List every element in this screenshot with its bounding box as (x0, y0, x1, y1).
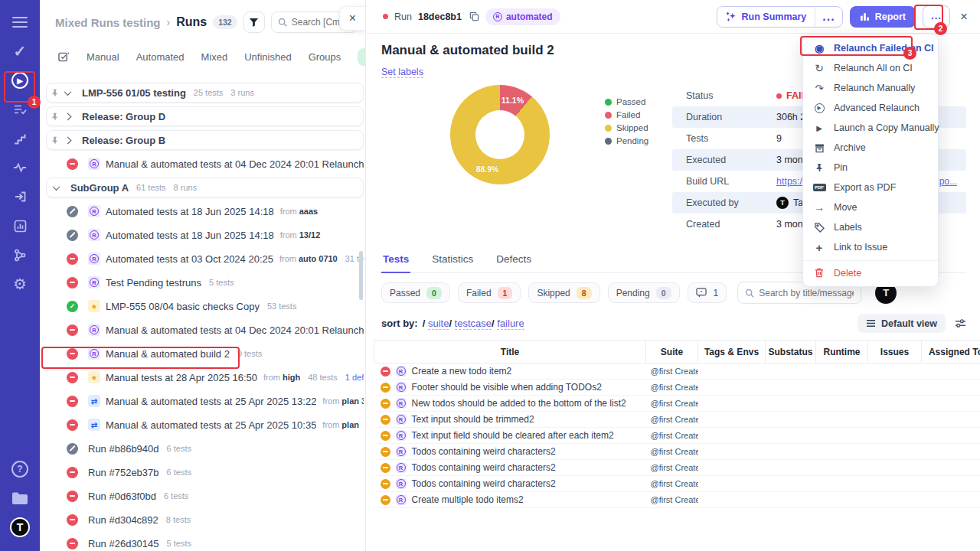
run-list-item[interactable]: Manual & automated tests at 04 Dec 2024 … (46, 320, 364, 340)
menu-item[interactable]: PDF Export as PDF (803, 178, 938, 197)
test-row[interactable]: Text input should be trimmed2 @first Cre… (374, 412, 980, 428)
comments-filter-chip[interactable]: 1 (688, 282, 727, 303)
test-row[interactable]: Create a new todo item2 @first Create ..… (374, 364, 980, 380)
runs-tab[interactable]: Groups (309, 51, 341, 63)
table-column-header[interactable]: Title (374, 341, 646, 364)
settings-gear-icon[interactable]: ⚙ (5, 269, 34, 298)
test-row[interactable]: Text input field should be cleared after… (374, 428, 980, 444)
hamburger-menu-icon[interactable] (5, 8, 34, 37)
pulse-icon[interactable] (5, 153, 34, 182)
default-view-button[interactable]: Default view (858, 314, 946, 333)
run-summary-button[interactable]: Run Summary (717, 7, 815, 27)
menu-item[interactable]: ↷ Relaunch Manually (803, 78, 938, 98)
menu-item[interactable]: ▶ Launch a Copy Manually (803, 118, 938, 138)
status-filter-chip[interactable]: Pending 0 (608, 282, 680, 303)
menu-item[interactable]: Delete (803, 260, 938, 282)
copy-icon[interactable] (469, 11, 479, 21)
sort-link[interactable]: failure (497, 318, 524, 330)
select-runs-icon[interactable] (58, 51, 70, 62)
detail-tab[interactable]: Tests (381, 253, 410, 273)
run-list-item[interactable]: Automated tests at 03 Oct 2024 20:25 fro… (46, 249, 364, 269)
table-column-header[interactable]: Substatus (766, 341, 816, 364)
projects-folder-icon[interactable] (5, 484, 34, 513)
run-list-item[interactable]: Run #752eb37b 6 tests ⚙ (46, 462, 364, 482)
import-icon[interactable] (5, 182, 34, 211)
status-filter-chip[interactable]: Failed 1 (458, 282, 521, 303)
run-list-item[interactable]: Manual & automated tests at 04 Dec 2024 … (46, 154, 364, 174)
run-list-item[interactable]: Automated tests at 18 Jun 2025 14:18 fro… (46, 225, 364, 245)
chevron-icon[interactable] (64, 112, 72, 120)
set-labels-link[interactable]: Set labels (381, 67, 423, 78)
app-logo[interactable]: T (5, 513, 34, 542)
detail-close-icon[interactable]: × (957, 9, 971, 24)
status-filter-chip[interactable]: Skipped 8 (528, 282, 599, 303)
runs-tab[interactable]: Manual (87, 51, 119, 63)
build-url-tail-link[interactable]: po... (939, 176, 957, 187)
table-column-header[interactable]: Runtime (816, 341, 868, 364)
menu-item[interactable]: Labels (803, 217, 938, 237)
automated-badge[interactable]: Rautomated (485, 8, 560, 25)
detail-tab[interactable]: Statistics (430, 253, 475, 272)
run-list-item[interactable]: Test Pending testruns 5 tests ⚙ (46, 272, 364, 292)
chevron-icon[interactable] (64, 136, 72, 144)
run-list-item[interactable]: Manual & automated build 2 9 tests ⚙ (46, 344, 364, 364)
runs-icon[interactable]: ▶ (5, 66, 34, 95)
menu-item[interactable]: → Move (803, 197, 938, 217)
run-list-item[interactable]: Run #d304c892 8 tests ⚙ (46, 510, 364, 530)
chevron-icon[interactable] (53, 183, 60, 191)
filter-button[interactable] (243, 11, 265, 33)
run-summary-more-button[interactable]: ... (815, 7, 841, 27)
run-list-item[interactable]: Release: Group D ⚙ (46, 106, 364, 126)
run-list-item[interactable]: Manual tests at 28 Apr 2025 16:50 from h… (46, 367, 364, 387)
run-list-item[interactable]: Manual & automated tests at 25 Apr 2025 … (46, 391, 364, 411)
status-filter-chip[interactable]: Passed 0 (381, 282, 450, 303)
test-row[interactable]: Todos containing weird characters2 @firs… (374, 460, 980, 476)
menu-item[interactable]: Pin (803, 158, 938, 178)
test-row[interactable]: Todos containing weird characters2 @firs… (374, 444, 980, 460)
run-list-item[interactable]: Run #0d63f0bd 6 tests ⚙ (46, 486, 364, 506)
menu-item[interactable]: Archive (803, 138, 938, 158)
analytics-icon[interactable] (5, 211, 34, 240)
milestones-icon[interactable] (5, 124, 34, 153)
test-row[interactable]: Todos containing weird characters2 @firs… (374, 476, 980, 492)
sort-link[interactable]: testcase (455, 318, 492, 330)
menu-item[interactable]: ◉ Relaunch Failed on CI (803, 38, 938, 58)
sort-link[interactable]: suite (428, 318, 449, 330)
table-column-header[interactable]: Tags & Envs (698, 341, 766, 364)
test-plans-icon[interactable] (5, 95, 34, 124)
test-row[interactable]: New todos should be added to the bottom … (374, 396, 980, 412)
run-list-item[interactable]: Run #26d30145 5 tests ⚙ (46, 533, 364, 551)
more-actions-button[interactable]: ... (923, 5, 950, 28)
table-column-header[interactable]: Suite (646, 341, 698, 364)
menu-item[interactable]: + Link to Issue (803, 237, 938, 257)
checks-icon[interactable]: ✓ (5, 37, 34, 66)
branches-icon[interactable] (5, 240, 34, 269)
scrollbar-thumb[interactable] (359, 251, 363, 300)
table-column-header[interactable]: Assigned To (922, 341, 980, 364)
test-row[interactable]: Footer should be visible when adding TOD… (374, 380, 980, 396)
tests-search-input[interactable] (759, 288, 854, 298)
chevron-icon[interactable] (64, 88, 72, 96)
run-list-item[interactable]: SubGroup A 61 tests 8 runs ⚙ (46, 178, 364, 197)
menu-item[interactable]: ▶ Advanced Relaunch (803, 98, 938, 118)
detail-tab[interactable]: Defects (495, 253, 533, 272)
runs-tab[interactable]: Mixed (201, 51, 228, 63)
report-button[interactable]: Report (850, 6, 916, 28)
breadcrumb-project[interactable]: Mixed Runs testing (55, 16, 161, 29)
help-icon[interactable]: ? (5, 455, 34, 484)
menu-item[interactable]: ↻ Relaunch All on CI (803, 58, 938, 78)
run-list-item[interactable]: Run #b86b940d 6 tests ⚙ (46, 439, 364, 458)
run-list-item[interactable]: LMP-556 01/05 testing 25 tests 3 runs ⚙ (46, 83, 364, 103)
run-list-item[interactable]: Manual & automated tests at 25 Apr 2025 … (46, 415, 364, 435)
runs-tab[interactable]: Automated (136, 51, 185, 63)
test-row[interactable]: Create multiple todo items2 @first Creat… (374, 492, 980, 508)
runs-tab[interactable]: Today (358, 48, 365, 66)
runs-tab[interactable]: Unfinished (244, 51, 291, 63)
panel-close-button[interactable]: × (339, 6, 365, 31)
run-list-item[interactable]: Release: Group B ⚙ (46, 130, 364, 150)
run-title: Manual tests at 28 Apr 2025 16:50 (106, 372, 257, 383)
view-settings-sliders-icon[interactable] (955, 318, 966, 328)
table-column-header[interactable]: Issues (868, 341, 922, 364)
run-list-item[interactable]: Automated tests at 18 Jun 2025 14:18 fro… (46, 201, 364, 221)
run-list-item[interactable]: LMP-555 08/04 basic checks Copy 53 tests… (46, 296, 364, 316)
